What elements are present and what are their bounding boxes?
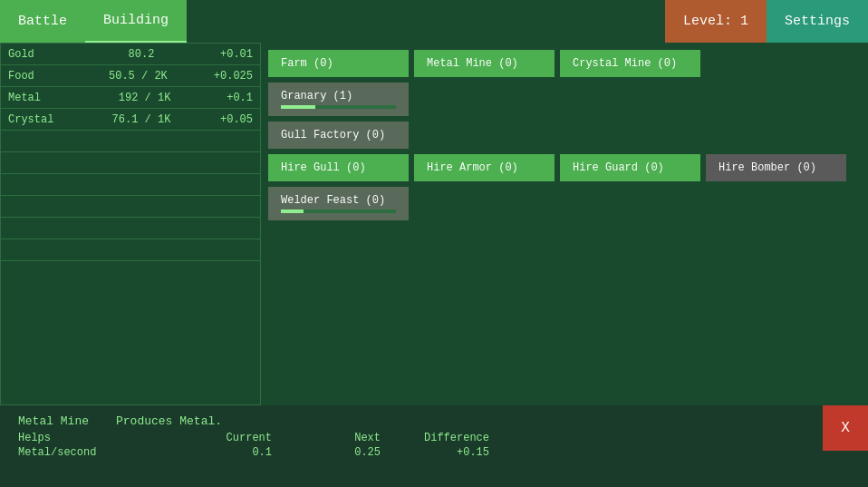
next-header: Next: [272, 432, 381, 444]
battle-tab[interactable]: Battle: [0, 0, 85, 43]
diff-value: +0.15: [381, 446, 489, 459]
resource-empty-row: [1, 196, 260, 218]
level-label: Level: 1: [683, 14, 748, 29]
resource-empty-row: [1, 131, 260, 152]
current-value: 0.1: [163, 446, 272, 459]
building-row: Gull Factory (0): [268, 122, 861, 149]
settings-button[interactable]: Settings: [767, 0, 868, 43]
next-value: 0.25: [272, 446, 381, 459]
building-panel: Farm (0)Metal Mine (0)Crystal Mine (0)Gr…: [261, 43, 868, 405]
resource-empty-row: [1, 239, 260, 261]
building-row: Hire Gull (0)Hire Armor (0)Hire Guard (0…: [268, 154, 861, 181]
resource-row: Crystal76.1 / 1K+0.05: [1, 109, 260, 131]
resource-empty-row: [1, 218, 260, 239]
close-info-button[interactable]: X: [823, 405, 868, 451]
building-button[interactable]: Welder Feast (0): [268, 187, 409, 220]
resource-row: Gold80.2+0.01: [1, 44, 260, 65]
building-button[interactable]: Granary (1): [268, 83, 409, 116]
building-row: Granary (1): [268, 83, 861, 116]
resource-row: Food50.5 / 2K+0.025: [1, 65, 260, 87]
resource-panel: Gold80.2+0.01Food50.5 / 2K+0.025Metal192…: [0, 43, 261, 405]
info-panel: Metal Mine Produces Metal. Helps Current…: [0, 405, 868, 487]
info-data-row: Metal/second 0.1 0.25 +0.15: [18, 446, 850, 459]
building-button[interactable]: Hire Armor (0): [414, 154, 555, 181]
difference-header: Difference: [381, 432, 489, 444]
resource-row: Metal192 / 1K+0.1: [1, 87, 260, 109]
resource-empty-row: [1, 174, 260, 196]
helps-label: Helps: [18, 432, 163, 444]
building-name: Metal Mine: [18, 414, 89, 428]
building-button[interactable]: Farm (0): [268, 50, 409, 77]
current-header: Current: [163, 432, 272, 444]
top-navigation: Battle Building Level: 1 Settings: [0, 0, 868, 43]
building-button[interactable]: Gull Factory (0): [268, 122, 409, 149]
info-table-header: Helps Current Next Difference: [18, 432, 850, 444]
building-button[interactable]: Crystal Mine (0): [560, 50, 700, 77]
building-row: Farm (0)Metal Mine (0)Crystal Mine (0): [268, 50, 861, 77]
building-description: Produces Metal.: [116, 414, 222, 428]
building-button[interactable]: Hire Guard (0): [560, 154, 700, 181]
info-title-row: Metal Mine Produces Metal.: [18, 414, 850, 428]
building-button[interactable]: Hire Gull (0): [268, 154, 409, 181]
building-button[interactable]: Metal Mine (0): [414, 50, 555, 77]
row-label: Metal/second: [18, 446, 163, 459]
level-display: Level: 1: [665, 0, 767, 43]
building-button[interactable]: Hire Bomber (0): [706, 154, 846, 181]
resource-empty-row: [1, 152, 260, 174]
building-row: Welder Feast (0): [268, 187, 861, 220]
info-table: Helps Current Next Difference Metal/seco…: [18, 432, 850, 459]
building-tab[interactable]: Building: [85, 0, 187, 43]
main-content: Gold80.2+0.01Food50.5 / 2K+0.025Metal192…: [0, 43, 868, 405]
